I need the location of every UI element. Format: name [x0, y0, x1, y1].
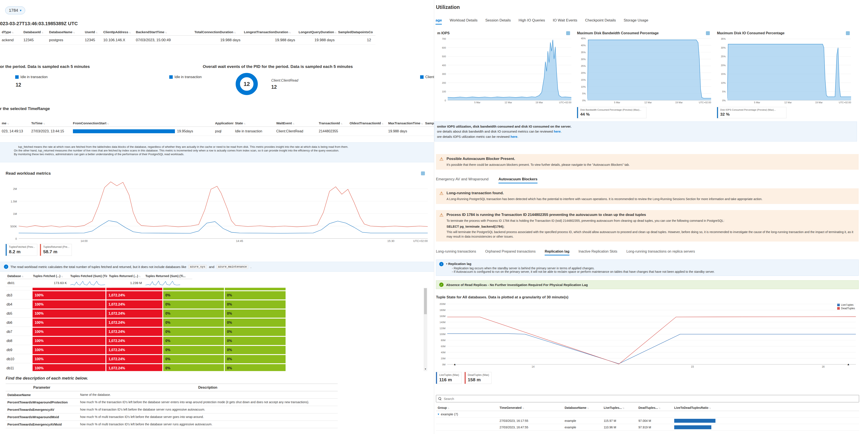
column-header[interactable]: me↑↓ [0, 121, 30, 126]
column-header[interactable]: Tuples Returned (...)↑↓ [107, 274, 144, 278]
column-header[interactable]: TotalConnectionDuration↑↓ [193, 30, 242, 34]
sort-icon[interactable]: ↑↓ [41, 31, 43, 34]
sort-icon[interactable]: ↑↓ [709, 407, 710, 409]
table-row: PercentTowardsWraparoundMxid how much % … [6, 413, 338, 421]
sort-icon[interactable]: ↑↓ [335, 31, 336, 34]
tab-session-details[interactable]: Session Details [485, 18, 510, 25]
tab-inactive-replication-slots[interactable]: Inactive Replication Slots [579, 250, 617, 255]
tab-usage[interactable]: age [436, 18, 442, 25]
column-header[interactable]: OldestTransactionId↑↓ [348, 121, 386, 126]
column-header[interactable]: BackendStartTime↑↓ [134, 30, 193, 34]
column-header[interactable]: LiveToDeadTuplesRatio↑↓ [673, 405, 729, 410]
column-header[interactable]: LongestTransactionDuration↑↓ [242, 30, 297, 34]
sort-icon[interactable]: ↑↓ [587, 407, 589, 409]
chart-plot[interactable] [587, 37, 711, 100]
sort-icon[interactable]: ↑↓ [73, 31, 75, 34]
column-header[interactable]: Tuples Fetched (Sum) (Tim...↑↓ [69, 274, 107, 278]
replication-bullet: Replication lag occurs when the standby … [452, 267, 715, 270]
chevron-down-icon[interactable]: ▾ [438, 412, 439, 416]
column-header[interactable]: Tuples Returned (Sum) (Ti...↑↓ [144, 274, 187, 278]
column-header[interactable]: State↑↓ [233, 121, 275, 126]
sort-icon[interactable]: ↑↓ [623, 407, 624, 409]
column-header[interactable]: WaitEvent↑↓ [275, 121, 317, 126]
column-header[interactable]: MaxTransactionTime↑↓ [386, 121, 423, 126]
tab-workload-details[interactable]: Workload Details [450, 18, 477, 25]
column-header[interactable]: Tuples Fetched (...)↑↓ [31, 274, 69, 278]
column-header[interactable]: ClientIpAddress↑↓ [101, 30, 134, 34]
sort-icon[interactable]: ↑↓ [421, 122, 423, 125]
sort-icon[interactable]: ↑↓ [129, 31, 130, 34]
column-header[interactable]: SampledDatapointsCounter↑↓ [336, 30, 373, 34]
tab-storage-usage[interactable]: Storage Usage [624, 18, 648, 25]
chart-plot[interactable]: LiveTuples DeadTuples ▲ ▲ [447, 303, 856, 365]
parameter-cell: PercentTowardsEmergencyAVMxid [6, 421, 78, 428]
tab-replication-lag[interactable]: Replication lag [545, 250, 569, 255]
sort-icon[interactable]: ↑↓ [22, 275, 23, 278]
sort-icon[interactable]: ↑↓ [107, 122, 108, 125]
chart-plot[interactable] [19, 179, 428, 239]
here-link[interactable]: here [510, 135, 518, 138]
vertical-scrollbar[interactable]: ▼ [424, 288, 427, 371]
sort-icon[interactable]: ↑↓ [61, 275, 63, 278]
chart-plot[interactable] [727, 37, 851, 100]
column-header[interactable]: DatabaseName↑↓ [563, 405, 602, 410]
sort-icon[interactable]: ↑↓ [139, 275, 140, 278]
legend-client[interactable]: Client [420, 75, 434, 79]
tab-orphaned-prepared-transactions[interactable]: Orphaned Prepared transactions [485, 250, 535, 255]
pid-filter-pill[interactable]: 1784 ▾ [5, 6, 25, 14]
column-header[interactable]: TimeGenerated↑↓ [498, 405, 563, 410]
column-header[interactable]: Group↑↓ [436, 405, 498, 410]
sort-icon[interactable]: ↑↓ [12, 31, 13, 34]
sort-icon[interactable]: ↑↓ [447, 407, 449, 409]
sort-icon[interactable]: ↑↓ [244, 122, 245, 125]
column-header[interactable]: DatabaseId↑↓ [22, 30, 47, 34]
group-row[interactable]: ▾ example (7) [436, 411, 859, 417]
tab-emergency-av-and-wraparound[interactable]: Emergency AV and Wraparound [436, 177, 489, 183]
column-header[interactable]: FromConnectionStart↑↓ [71, 121, 213, 126]
pin-icon[interactable] [846, 31, 850, 35]
sort-icon[interactable]: ↑↓ [522, 407, 524, 409]
search-input[interactable] [444, 397, 857, 401]
column-header[interactable]: ApplicationName↑↓ [213, 121, 233, 126]
column-header[interactable]: Sampled↑↓ [423, 121, 434, 126]
column-header-label: TransactionId [319, 121, 340, 125]
sort-icon[interactable]: ↑↓ [7, 122, 9, 125]
table-cell: 07/03/2023, 15:00:49 [134, 37, 193, 43]
column-header[interactable]: LiveTuples...↑↓ [602, 405, 637, 410]
column-header[interactable]: TransactionId↑↓ [317, 121, 348, 126]
sort-icon[interactable]: ↑↓ [43, 122, 45, 125]
tab-high-io-queries[interactable]: High IO Queries [519, 18, 545, 25]
sort-icon[interactable]: ↑↓ [186, 275, 187, 278]
sort-icon[interactable]: ↑↓ [381, 122, 383, 125]
sort-icon[interactable]: ↑↓ [289, 31, 290, 34]
sort-icon[interactable]: ↑↓ [165, 31, 166, 34]
legend-idle-in-transaction[interactable]: Idle in transaction [15, 75, 48, 79]
sort-icon[interactable]: ↑↓ [234, 31, 236, 34]
tab-long-running-transactions[interactable]: Long-running transactions [436, 250, 476, 255]
column-header[interactable]: dType↑↓ [0, 30, 22, 34]
column-header[interactable]: UserId↑↓ [83, 30, 101, 34]
here-link[interactable]: here [554, 129, 561, 133]
tab-checkpoint-details[interactable]: Checkpoint Details [585, 18, 616, 25]
tab-autovacuum-blockers[interactable]: Autovacuum Blockers [498, 177, 537, 183]
column-header[interactable]: LongestQueryDuration↑↓ [297, 30, 336, 34]
column-header[interactable]: ToTime↑↓ [30, 121, 71, 126]
sort-icon[interactable]: ↑↓ [659, 407, 660, 409]
wait-events-donut[interactable]: 12 [236, 73, 258, 95]
column-header[interactable]: Database↑↓ [6, 274, 31, 278]
pin-icon[interactable] [706, 31, 710, 35]
column-header[interactable]: DeadTuples...↑↓ [637, 405, 673, 410]
pin-icon[interactable] [421, 172, 425, 175]
search-box[interactable] [436, 395, 859, 402]
tab-io-wait-events[interactable]: IO Wait Events [553, 18, 578, 25]
chart-plot[interactable] [448, 37, 571, 100]
sort-icon[interactable]: ↑↓ [292, 122, 294, 125]
tab-long-running-replica[interactable]: Long-running transactions on replica ser… [626, 250, 695, 255]
pin-icon[interactable] [566, 31, 570, 35]
scrollbar-down-button[interactable]: ▼ [424, 367, 427, 371]
scrollbar-thumb[interactable] [424, 288, 427, 314]
sort-icon[interactable]: ↑↓ [341, 122, 342, 125]
column-header[interactable]: DatabaseName↑↓ [47, 30, 83, 34]
sort-icon[interactable]: ↑↓ [96, 31, 97, 34]
legend-idle-in-transaction-2[interactable]: Idle in transaction [169, 75, 202, 79]
